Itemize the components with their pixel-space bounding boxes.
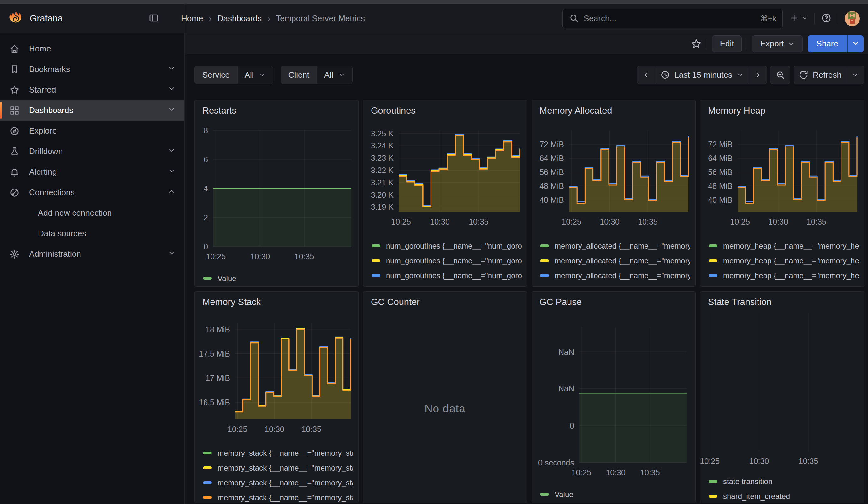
panel-title[interactable]: State Transition (708, 297, 772, 307)
chevron-up-icon[interactable] (168, 187, 175, 197)
sidebar-item-explore[interactable]: Explore (0, 121, 184, 141)
legend-item[interactable]: num_goroutines {__name__="num_goroutines… (372, 268, 522, 283)
svg-text:56 MiB: 56 MiB (708, 168, 733, 176)
breadcrumb-dashboards[interactable]: Dashboards (217, 13, 262, 23)
user-avatar[interactable] (845, 11, 860, 26)
legend-item[interactable]: memory_allocated {__name__="memory_alloc… (540, 283, 690, 286)
edit-button[interactable]: Edit (712, 35, 742, 52)
search-input[interactable] (583, 13, 755, 23)
sidebar-item-connections[interactable]: Connections (0, 182, 184, 203)
refresh-button[interactable]: Refresh (794, 66, 847, 84)
restarts-chart[interactable]: 8642010:2510:3010:35 (195, 101, 358, 286)
gc-pause-legend: Value (540, 487, 690, 502)
sidebar-item-alerting[interactable]: Alerting (0, 162, 184, 182)
sidebar-toggle-icon[interactable] (148, 13, 159, 25)
legend-item[interactable]: memory_stack {__name__="memory_stack" (203, 445, 353, 460)
legend-item[interactable]: state transition (709, 474, 859, 489)
sidebar-item-add-new-connection[interactable]: Add new connection (0, 203, 184, 223)
legend-item[interactable]: memory_heap {__name__="memory_heap" (709, 253, 859, 268)
state-transition-chart[interactable]: 10:2510:3010:35 (700, 292, 864, 503)
time-range-picker[interactable]: Last 15 minutes (655, 66, 749, 84)
search-box[interactable]: ⌘+k (562, 9, 783, 28)
panel-title[interactable]: Memory Heap (708, 105, 765, 116)
sidebar-item-starred[interactable]: Starred (0, 80, 184, 100)
client-filter-value[interactable]: All (317, 66, 352, 84)
legend-label: state transition (723, 477, 772, 486)
legend-item[interactable]: num_goroutines {__name__="num_goroutines… (372, 283, 522, 286)
variable-filters: Service All Client All (194, 66, 353, 84)
panel-title[interactable]: GC Pause (539, 297, 582, 307)
dashboard-canvas: Service All Client All (185, 54, 868, 504)
legend-item[interactable]: memory_heap {__name__="memory_heap" (709, 283, 859, 286)
legend-label: memory_heap {__name__="memory_heap" (723, 256, 859, 265)
favorite-star-button[interactable] (691, 39, 702, 49)
top-navigation-bar: Grafana Home › Dashboards › Temporal Ser… (0, 4, 868, 33)
share-button[interactable]: Share (808, 35, 847, 52)
chevron-down-icon[interactable] (168, 85, 175, 95)
service-filter-value[interactable]: All (237, 66, 273, 84)
chevron-down-icon (801, 14, 808, 23)
zoom-out-button[interactable] (771, 66, 790, 84)
legend-item[interactable]: Value (203, 271, 353, 286)
legend-label: shard_item_created (723, 492, 790, 501)
panel-title[interactable]: Goroutines (371, 105, 416, 116)
sidebar-item-data-sources[interactable]: Data sources (0, 223, 184, 244)
chevron-down-icon[interactable] (168, 105, 175, 115)
svg-text:10:30: 10:30 (600, 217, 620, 226)
sidebar-item-home[interactable]: Home (0, 39, 184, 59)
chevron-down-icon[interactable] (168, 167, 175, 177)
panel-title[interactable]: Memory Stack (202, 297, 261, 307)
svg-text:10:30: 10:30 (606, 468, 626, 477)
time-shift-forward-button[interactable] (749, 66, 767, 84)
export-button[interactable]: Export (752, 35, 802, 52)
legend-item[interactable]: memory_allocated {__name__="memory_alloc… (540, 253, 690, 268)
panel-title[interactable]: Memory Allocated (539, 105, 612, 116)
divider (814, 13, 815, 24)
svg-text:64 MiB: 64 MiB (708, 154, 733, 163)
help-button[interactable] (821, 13, 832, 25)
legend-item[interactable]: memory_stack {__name__="memory_stack" (203, 475, 353, 490)
panel-title[interactable]: Restarts (202, 105, 236, 116)
legend-swatch (372, 245, 380, 247)
share-dropdown-button[interactable] (847, 35, 864, 52)
legend-label: memory_stack {__name__="memory_stack" (217, 464, 353, 472)
legend-label: memory_heap {__name__="memory_heap" (723, 271, 859, 280)
legend-item[interactable]: memory_heap {__name__="memory_heap" (709, 268, 859, 283)
legend-item[interactable]: memory_heap {__name__="memory_heap" (709, 238, 859, 253)
breadcrumb-current: Temporal Server Metrics (276, 13, 365, 23)
sidebar-item-drilldown[interactable]: Drilldown (0, 141, 184, 162)
new-menu-button[interactable] (789, 13, 808, 24)
panel-goroutines: Goroutines 3.25 K3.24 K3.23 K3.22 K3.21 … (363, 100, 527, 287)
service-filter: Service All (194, 66, 273, 84)
breadcrumb-home[interactable]: Home (181, 13, 203, 23)
refresh-interval-dropdown[interactable] (847, 66, 864, 84)
svg-text:3.19 K: 3.19 K (371, 203, 394, 211)
legend-item[interactable]: num_goroutines {__name__="num_goroutines… (372, 253, 522, 268)
gc-pause-chart[interactable]: NaNNaN00 seconds10:2510:3010:35 (532, 292, 695, 503)
svg-text:NaN: NaN (558, 348, 574, 357)
chevron-down-icon[interactable] (168, 249, 175, 259)
legend-item[interactable]: memory_allocated {__name__="memory_alloc… (540, 268, 690, 283)
chevron-down-icon[interactable] (168, 146, 175, 156)
legend-item[interactable]: num_goroutines {__name__="num_goroutines… (372, 238, 522, 253)
svg-text:10:35: 10:35 (638, 217, 658, 226)
panel-title[interactable]: GC Counter (371, 297, 420, 307)
legend-item[interactable]: memory_stack {__name__="memory_stack" (203, 460, 353, 475)
svg-text:0: 0 (570, 421, 574, 430)
legend-swatch (203, 452, 212, 454)
svg-text:10:35: 10:35 (640, 468, 660, 477)
legend-item[interactable]: memory_stack {__name__="memory_stack" (203, 490, 353, 503)
legend-label: memory_allocated {__name__="memory_alloc… (555, 271, 690, 280)
chevron-down-icon[interactable] (168, 64, 175, 74)
sidebar-item-dashboards[interactable]: Dashboards (0, 100, 184, 121)
legend-item[interactable]: memory_allocated {__name__="memory_alloc… (540, 238, 690, 253)
svg-text:0 seconds: 0 seconds (538, 458, 574, 467)
legend-item[interactable]: shard_item_created (709, 489, 859, 503)
time-shift-back-button[interactable] (637, 66, 655, 84)
chevron-down-icon (259, 71, 266, 78)
sidebar-item-administration[interactable]: Administration (0, 244, 184, 264)
sidebar-item-bookmarks[interactable]: Bookmarks (0, 59, 184, 80)
legend-item[interactable]: Value (540, 487, 690, 502)
goroutines-legend: num_goroutines {__name__="num_goroutines… (372, 238, 522, 286)
app-title: Grafana (30, 13, 63, 24)
